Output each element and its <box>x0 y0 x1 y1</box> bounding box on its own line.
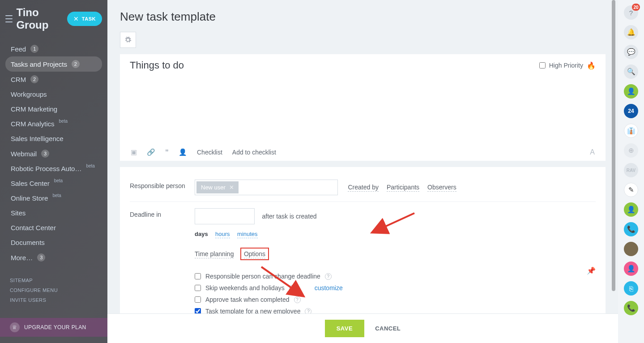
sitemap-link[interactable]: SITEMAP <box>10 278 98 283</box>
help-icon[interactable]: ? <box>294 296 301 303</box>
main-panel: New task template Things to do High Prio… <box>107 0 618 343</box>
high-priority-checkbox[interactable] <box>539 62 546 69</box>
contact-avatar[interactable]: ⊕ <box>624 143 638 158</box>
opt-approve-checkbox[interactable] <box>195 296 201 303</box>
opt-approve-label: Approve task when completed <box>205 296 290 303</box>
save-button[interactable]: SAVE <box>325 320 364 337</box>
b24-button[interactable]: 24 <box>624 104 638 118</box>
sidebar-item[interactable]: Contact Center <box>5 220 102 235</box>
sidebar-item[interactable]: CRM Analyticsbeta <box>5 116 102 131</box>
count-badge: 3 <box>37 253 45 262</box>
opt-change-deadline-checkbox[interactable] <box>195 273 201 279</box>
configure-menu-link[interactable]: CONFIGURE MENU <box>10 287 98 293</box>
page-title: New task template <box>107 0 618 32</box>
search-button[interactable]: 🔍 <box>624 64 638 79</box>
link-icon[interactable]: 🔗 <box>147 148 155 156</box>
deadline-label: Deadline in <box>130 208 195 319</box>
sidebar-item[interactable]: Workgroups <box>5 87 102 102</box>
sidebar-item[interactable]: More… 3 <box>5 250 102 265</box>
footer-bar: SAVE CANCEL <box>107 313 618 343</box>
sidebar-item[interactable]: Tasks and Projects2 <box>5 56 102 72</box>
count-badge: 3 <box>41 150 49 158</box>
beta-badge: beta <box>59 119 68 124</box>
remove-chip-icon[interactable]: ✕ <box>229 184 234 191</box>
contact-avatar[interactable]: ✎ <box>624 183 638 197</box>
contact-avatar[interactable]: 👔 <box>624 124 638 138</box>
help-icon[interactable]: ? <box>325 273 332 280</box>
task-title-input[interactable]: Things to do <box>130 60 184 71</box>
time-planning-link[interactable]: Time planning <box>195 250 234 258</box>
quote-icon[interactable]: ❞ <box>165 148 169 156</box>
options-link[interactable]: Options <box>244 250 265 258</box>
flame-icon: 🔥 <box>587 61 596 70</box>
checklist-button[interactable]: Checklist <box>197 149 222 156</box>
sidebar-item-label: Online Store <box>11 194 48 202</box>
deadline-value-input[interactable] <box>195 208 255 224</box>
sidebar-item-label: Documents <box>11 239 45 246</box>
scrollbar[interactable] <box>612 0 615 291</box>
contact-avatar[interactable]: RAV <box>624 163 638 177</box>
upgrade-plan-banner[interactable]: ♕ UPGRADE YOUR PLAN <box>0 318 107 337</box>
call-button[interactable]: 📞 <box>624 222 638 236</box>
help-icon[interactable]: ? <box>289 285 296 292</box>
crown-icon: ♕ <box>10 322 20 332</box>
count-badge: 1 <box>30 45 38 53</box>
text-format-icon[interactable]: A <box>590 148 595 156</box>
sidebar-item[interactable]: Feed1 <box>5 41 102 56</box>
sidebar-item[interactable]: Sales Centerbeta <box>5 176 102 191</box>
unit-minutes[interactable]: minutes <box>237 231 258 238</box>
created-by-link[interactable]: Created by <box>348 184 378 192</box>
responsible-input[interactable]: New user ✕ <box>195 180 338 195</box>
close-icon: ✕ <box>73 15 79 22</box>
chat-button[interactable]: 💬 <box>624 45 638 59</box>
task-description-editor[interactable] <box>120 77 606 144</box>
contact-avatar[interactable]: 👤 <box>624 262 638 276</box>
cancel-button[interactable]: CANCEL <box>375 325 401 332</box>
unit-hours[interactable]: hours <box>215 231 230 238</box>
attachment-icon[interactable]: ▣ <box>131 148 137 156</box>
assignee-chip: New user ✕ <box>196 181 239 193</box>
sidebar-item-label: CRM Marketing <box>11 105 57 113</box>
sidebar-item[interactable]: Sites <box>5 206 102 220</box>
sidebar-item[interactable]: Online Storebeta <box>5 191 102 206</box>
contact-avatar[interactable]: 👤 <box>624 84 638 99</box>
sidebar-item-label: Sites <box>11 209 26 217</box>
sidebar-item-label: Workgroups <box>11 90 47 98</box>
call-button[interactable]: 📞 <box>624 301 638 315</box>
high-priority-label: High Priority <box>549 62 583 69</box>
observers-link[interactable]: Observers <box>427 184 456 192</box>
add-checklist-button[interactable]: Add to checklist <box>232 149 276 156</box>
sidebar-item[interactable]: CRM Marketing <box>5 102 102 116</box>
help-button[interactable]: ?20 <box>624 5 638 20</box>
beta-badge: beta <box>52 193 61 198</box>
sidebar-item[interactable]: CRM2 <box>5 72 102 87</box>
notifications-button[interactable]: 🔔 <box>624 25 638 39</box>
opt-skip-weekends-label: Skip weekends and holidays <box>205 284 285 292</box>
notification-badge: 20 <box>632 4 640 11</box>
sidebar-item[interactable]: Webmail3 <box>5 146 102 161</box>
rail-action-button[interactable]: ⎘ <box>624 281 638 296</box>
settings-button[interactable] <box>120 32 136 48</box>
contact-avatar[interactable] <box>624 242 638 256</box>
sidebar-item-label: Sales Intelligence <box>11 135 64 142</box>
menu-icon[interactable] <box>5 15 13 22</box>
sidebar-item-label: More… <box>11 254 33 262</box>
sidebar: Tino Group ✕TASK Feed1Tasks and Projects… <box>0 0 107 343</box>
mention-icon[interactable]: 👤 <box>179 148 187 156</box>
sidebar-item[interactable]: Robotic Process Auto…beta <box>5 161 102 176</box>
new-task-button[interactable]: ✕TASK <box>67 12 102 26</box>
participants-link[interactable]: Participants <box>387 184 419 192</box>
sidebar-item[interactable]: Sales Intelligence <box>5 131 102 146</box>
sidebar-item-label: CRM Analytics <box>11 120 55 128</box>
sidebar-item-label: Robotic Process Auto… <box>11 165 81 172</box>
contact-avatar[interactable]: 👤 <box>624 202 638 217</box>
sidebar-item[interactable]: Documents <box>5 235 102 250</box>
invite-users-link[interactable]: INVITE USERS <box>10 297 98 303</box>
count-badge: 2 <box>72 60 80 68</box>
unit-days[interactable]: days <box>195 231 208 238</box>
beta-badge: beta <box>86 163 94 168</box>
opt-skip-weekends-checkbox[interactable] <box>195 285 201 291</box>
customize-link[interactable]: customize <box>315 284 343 292</box>
pin-icon[interactable]: 📌 <box>587 266 596 275</box>
gear-icon <box>124 36 132 43</box>
